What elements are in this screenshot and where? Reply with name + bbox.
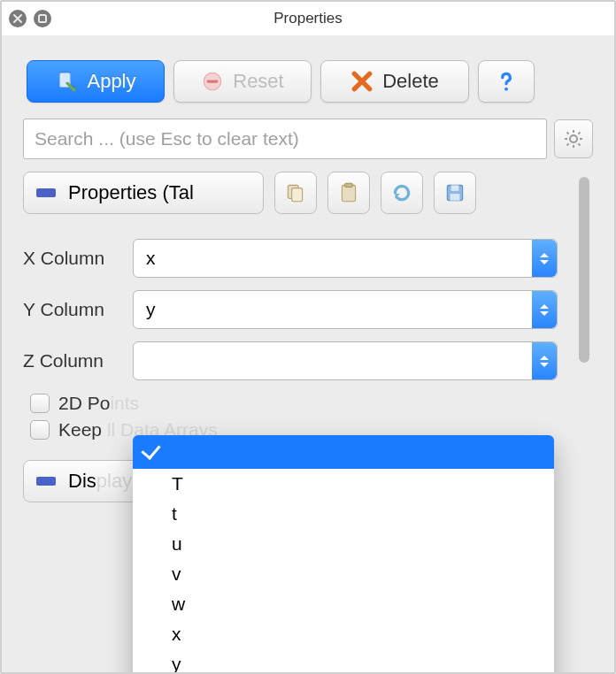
- apply-button[interactable]: Apply: [27, 60, 165, 103]
- save-button[interactable]: [434, 172, 476, 214]
- dropdown-item[interactable]: u: [133, 529, 554, 559]
- display-section-label: Display: [68, 470, 132, 493]
- apply-icon: [55, 70, 78, 93]
- y-column-value: y: [146, 299, 156, 320]
- delete-button-label: Delete: [382, 70, 439, 93]
- delete-icon: [350, 70, 373, 93]
- select-caret-icon: [532, 342, 557, 379]
- select-caret-icon: [532, 240, 557, 277]
- help-icon: [495, 70, 518, 93]
- help-button[interactable]: [478, 60, 535, 103]
- save-icon: [443, 181, 466, 204]
- svg-rect-11: [451, 185, 459, 191]
- z-column-dropdown[interactable]: Ttuvwxyz: [133, 435, 554, 674]
- dropdown-item[interactable]: x: [133, 619, 554, 649]
- collapse-icon: [36, 477, 56, 486]
- x-column-label: X Column: [23, 248, 133, 269]
- x-column-select[interactable]: x: [133, 239, 558, 278]
- dropdown-item[interactable]: v: [133, 559, 554, 589]
- scrollbar[interactable]: [579, 177, 589, 363]
- properties-section-header[interactable]: Properties (Tal: [23, 172, 264, 214]
- points-2d-checkbox[interactable]: [30, 394, 50, 413]
- apply-button-label: Apply: [87, 70, 135, 93]
- reload-icon: [390, 181, 413, 204]
- collapse-icon: [36, 188, 56, 197]
- dropdown-item[interactable]: y: [133, 649, 554, 674]
- svg-rect-8: [342, 185, 355, 201]
- select-caret-icon: [532, 291, 557, 328]
- dropdown-item[interactable]: w: [133, 589, 554, 619]
- properties-section-label: Properties (Tal: [68, 181, 194, 204]
- copy-icon: [284, 181, 307, 204]
- reset-button-label: Reset: [233, 70, 283, 93]
- points-2d-label: 2D Points: [58, 393, 139, 414]
- delete-button[interactable]: Delete: [320, 60, 469, 103]
- z-column-label: Z Column: [23, 350, 133, 371]
- keep-arrays-checkbox[interactable]: [30, 420, 50, 440]
- svg-rect-0: [39, 15, 46, 22]
- window-close-icon[interactable]: [9, 10, 27, 27]
- svg-point-4: [504, 88, 508, 91]
- paste-icon: [337, 181, 360, 204]
- window-maximize-icon[interactable]: [34, 10, 51, 27]
- reload-button[interactable]: [381, 172, 423, 214]
- paste-button[interactable]: [327, 172, 370, 214]
- reset-icon: [201, 70, 224, 93]
- y-column-select[interactable]: y: [133, 290, 558, 329]
- copy-button[interactable]: [274, 172, 317, 214]
- x-column-value: x: [146, 248, 156, 269]
- window-title: Properties: [2, 10, 614, 27]
- svg-rect-7: [292, 188, 303, 202]
- search-settings-button[interactable]: [554, 119, 593, 158]
- y-column-label: Y Column: [23, 299, 133, 320]
- search-input[interactable]: [23, 119, 547, 159]
- svg-rect-3: [207, 80, 219, 82]
- dropdown-item[interactable]: t: [133, 499, 554, 529]
- z-column-select[interactable]: [133, 341, 558, 380]
- dropdown-item[interactable]: [133, 435, 554, 469]
- reset-button[interactable]: Reset: [173, 60, 312, 103]
- gear-icon: [563, 128, 584, 149]
- svg-rect-12: [450, 194, 460, 201]
- dropdown-item[interactable]: T: [133, 469, 554, 499]
- svg-rect-9: [345, 183, 353, 187]
- svg-point-5: [570, 135, 577, 142]
- titlebar: Properties: [2, 2, 614, 35]
